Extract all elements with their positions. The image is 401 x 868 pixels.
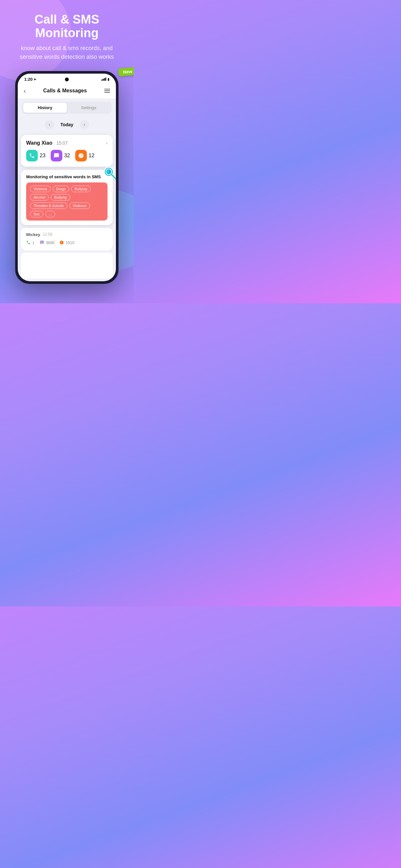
alert-stat: 12 — [75, 150, 95, 161]
contact-header: Wang Xiao 15:07 › — [26, 140, 107, 146]
contact-stats: 23 32 — [26, 150, 107, 161]
message-stat: 32 — [51, 150, 70, 161]
sensitive-popup: Monitoring of sensitive words in SMS Vio… — [21, 170, 113, 225]
alert-count: 12 — [89, 153, 95, 159]
new-badge: New — [118, 67, 134, 76]
mickey-alert-stat: 1010 — [59, 240, 74, 246]
screen-bottom-area — [21, 253, 113, 279]
menu-button[interactable] — [104, 89, 110, 93]
mickey-message-count: 3688 — [46, 241, 55, 245]
header-section: Call & SMS Monitoring know about call & … — [0, 0, 134, 68]
phone-frame: 1:20 ➤ ▮ ‹ Calls & Messages — [15, 71, 119, 284]
svg-text:!: ! — [107, 170, 109, 174]
tag-threaten-suicide: Threaten & Suicide — [30, 203, 67, 209]
alert-icon — [75, 150, 87, 161]
mickey-name: Mickey — [26, 232, 40, 237]
date-nav: ‹ Today › — [22, 117, 112, 132]
message-count: 32 — [64, 153, 70, 159]
svg-line-3 — [112, 175, 116, 179]
next-date-button[interactable]: › — [80, 120, 89, 129]
tag-violence-2: Violence — [69, 203, 90, 209]
contact-arrow-icon: › — [106, 140, 107, 146]
prev-date-button[interactable]: ‹ — [45, 120, 54, 129]
contact-time: 15:07 — [57, 141, 68, 146]
location-arrow-icon: ➤ — [34, 78, 36, 81]
status-right: ▮ — [101, 77, 110, 82]
mickey-header: Mickey 12:56 — [26, 232, 107, 237]
phone-stat: 23 — [26, 150, 45, 161]
status-time: 1:20 ➤ — [24, 77, 36, 82]
phone-screen: 1:20 ➤ ▮ ‹ Calls & Messages — [18, 73, 116, 281]
tag-more: ... — [45, 211, 55, 217]
mickey-phone-stat: 1 — [26, 240, 35, 246]
mickey-phone-count: 1 — [32, 241, 35, 245]
phone-wrapper: New 1:20 ➤ ▮ — [0, 71, 134, 303]
top-nav: ‹ Calls & Messages — [18, 83, 116, 98]
back-button[interactable]: ‹ — [24, 87, 26, 95]
phone-icon — [26, 150, 38, 161]
contact-name: Wang Xiao — [26, 140, 52, 146]
camera-notch — [65, 78, 69, 82]
tab-history[interactable]: History — [23, 103, 67, 113]
phone-count: 23 — [40, 153, 45, 159]
tag-bullying-2: Bullying — [51, 194, 70, 200]
main-title: Call & SMS Monitoring — [10, 13, 124, 40]
mickey-stats: 1 3688 — [26, 240, 107, 246]
mickey-time: 12:56 — [42, 232, 52, 237]
mickey-alert-icon — [59, 240, 64, 246]
tab-settings[interactable]: Settings — [67, 103, 111, 113]
tag-drugs: Drugs — [53, 186, 69, 192]
sensitive-tags-container: Violence Drugs Bullying Alcohol Bullying… — [26, 182, 107, 221]
mickey-message-icon — [40, 240, 44, 246]
mickey-alert-count: 1010 — [66, 241, 74, 245]
mickey-phone-icon — [26, 240, 31, 246]
message-icon — [51, 150, 62, 161]
status-bar: 1:20 ➤ ▮ — [18, 73, 116, 83]
battery-icon: ▮ — [107, 77, 110, 82]
tag-sex: Sex — [30, 211, 43, 217]
signal-icon — [101, 78, 106, 81]
sensitive-title: Monitoring of sensitive words in SMS — [26, 175, 107, 179]
search-magnifier-icon: ! — [102, 165, 116, 180]
nav-title: Calls & Messages — [43, 88, 87, 94]
mickey-message-stat: 3688 — [40, 240, 55, 246]
sub-title: know about call & sms records, and sensi… — [10, 44, 124, 61]
contact-card-wang-xiao[interactable]: Wang Xiao 15:07 › 23 — [21, 135, 113, 166]
tab-bar: History Settings — [22, 102, 112, 114]
contact-card-mickey[interactable]: Mickey 12:56 1 — [21, 228, 113, 250]
tag-alcohol: Alcohol — [30, 194, 49, 200]
tag-violence-1: Violence — [30, 186, 51, 192]
tag-bullying-1: Bullying — [71, 186, 91, 192]
date-label: Today — [60, 122, 73, 127]
time-text: 1:20 — [24, 77, 33, 82]
